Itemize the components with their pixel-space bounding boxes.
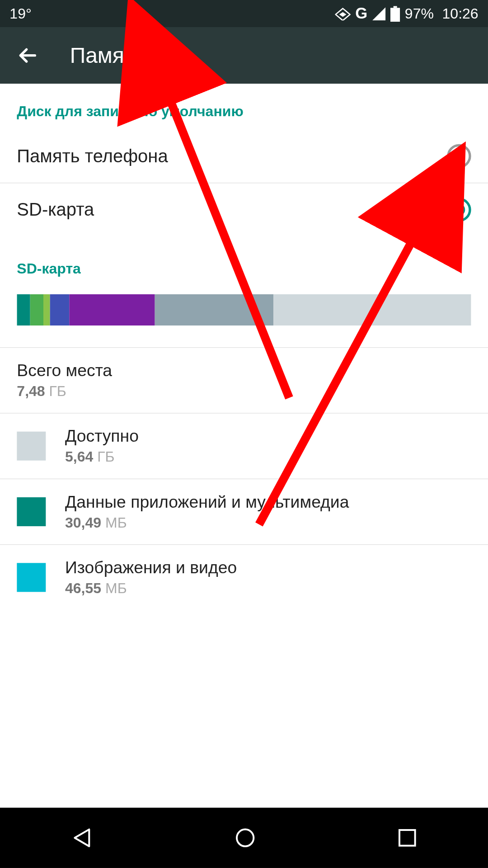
- storage-usage-bar: [17, 294, 471, 326]
- category-swatch: [17, 432, 46, 461]
- category-unit: МБ: [105, 580, 127, 596]
- nav-home-button[interactable]: [233, 826, 257, 850]
- network-g-icon: G: [355, 4, 367, 23]
- usage-segment: [43, 294, 50, 326]
- wifi-icon: [335, 7, 351, 20]
- category-label: Данные приложений и мультимедиа: [65, 492, 471, 512]
- radio-sd-card[interactable]: [447, 198, 471, 222]
- usage-segment: [155, 294, 273, 326]
- usage-segment: [70, 294, 155, 326]
- category-swatch: [17, 563, 46, 592]
- status-temperature: 19°: [9, 5, 31, 22]
- option-phone-memory-label: Память телефона: [17, 146, 447, 166]
- storage-category-row[interactable]: Данные приложений и мультимедиа30,49 МБ: [0, 479, 488, 544]
- app-header: Память: [0, 27, 488, 84]
- nav-recent-button[interactable]: [397, 827, 418, 849]
- option-sd-card-label: SD-карта: [17, 199, 447, 220]
- status-bar: 19° G 97% 10:26: [0, 0, 488, 27]
- row-total-space-unit: ГБ: [49, 383, 66, 399]
- storage-category-row[interactable]: Изображения и видео46,55 МБ: [0, 545, 488, 610]
- option-sd-card[interactable]: SD-карта: [0, 183, 488, 236]
- signal-icon: [372, 7, 385, 20]
- status-time: 10:26: [442, 5, 479, 22]
- page-title: Память: [70, 43, 145, 68]
- section-default-disk: Диск для записи по умолчанию: [0, 84, 488, 129]
- category-swatch: [17, 497, 46, 526]
- battery-percent: 97%: [405, 5, 434, 22]
- category-unit: ГБ: [97, 448, 114, 465]
- back-button[interactable]: [14, 42, 41, 69]
- system-nav-bar: [0, 808, 488, 868]
- row-total-space-value: 7,48: [17, 383, 45, 399]
- category-unit: МБ: [105, 514, 127, 530]
- settings-content: Диск для записи по умолчанию Память теле…: [0, 84, 488, 610]
- svg-rect-3: [399, 830, 415, 846]
- svg-rect-1: [390, 8, 400, 22]
- usage-segment: [30, 294, 43, 326]
- option-phone-memory[interactable]: Память телефона: [0, 130, 488, 183]
- usage-segment: [17, 294, 30, 326]
- battery-icon: [390, 6, 400, 22]
- svg-rect-0: [393, 6, 397, 8]
- usage-segment: [274, 294, 471, 326]
- category-label: Изображения и видео: [65, 558, 471, 578]
- storage-category-row[interactable]: Доступно5,64 ГБ: [0, 414, 488, 479]
- category-value: 30,49: [65, 514, 101, 530]
- svg-point-2: [237, 830, 253, 846]
- category-value: 5,64: [65, 448, 93, 465]
- nav-back-button[interactable]: [70, 826, 94, 850]
- radio-phone-memory[interactable]: [447, 144, 471, 168]
- row-total-space[interactable]: Всего места 7,48 ГБ: [0, 348, 488, 413]
- row-total-space-label: Всего места: [17, 361, 471, 381]
- usage-segment: [50, 294, 70, 326]
- category-label: Доступно: [65, 427, 471, 446]
- category-value: 46,55: [65, 580, 101, 596]
- section-sd-card: SD-карта: [0, 236, 488, 287]
